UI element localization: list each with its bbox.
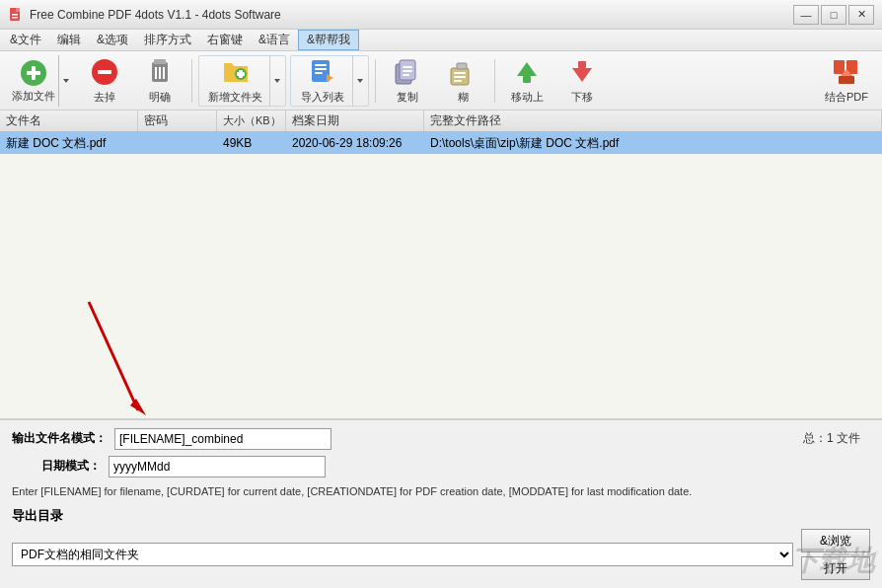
- move-up-button[interactable]: 移动上: [501, 55, 552, 107]
- move-up-icon: [511, 56, 543, 88]
- combine-icon: [831, 56, 862, 88]
- new-folder-button[interactable]: 新增文件夹: [201, 55, 269, 107]
- file-password-cell: [138, 141, 217, 145]
- file-date-cell: 2020-06-29 18:09:26: [286, 134, 424, 152]
- add-file-button[interactable]: 添加文件: [6, 55, 75, 107]
- move-down-label: 下移: [571, 90, 593, 105]
- add-file-label: 添加文件: [12, 89, 55, 104]
- bottom-section: 输出文件名模式： 总：1 文件 日期模式： Enter [FILENAME] f…: [0, 418, 882, 589]
- svg-marker-37: [572, 68, 592, 82]
- output-filename-input[interactable]: [114, 428, 331, 450]
- file-list-header: 文件名 密码 大小（KB） 档案日期 完整文件路径: [0, 110, 882, 132]
- paste-label: 糊: [458, 90, 469, 105]
- clear-button[interactable]: 明确: [134, 55, 185, 107]
- add-file-icon: [18, 57, 49, 89]
- paste-button[interactable]: 糊: [437, 55, 488, 107]
- new-folder-label: 新增文件夹: [208, 90, 262, 105]
- svg-rect-3: [12, 17, 18, 19]
- file-list-body[interactable]: 新建 DOC 文档.pdf 49KB 2020-06-29 18:09:26 D…: [0, 132, 882, 418]
- menu-help[interactable]: &帮帮我: [298, 30, 359, 50]
- svg-rect-34: [454, 80, 462, 82]
- move-down-icon: [566, 56, 598, 88]
- menu-options[interactable]: &选项: [89, 30, 136, 50]
- export-dir-select[interactable]: PDF文档的相同文件夹: [12, 543, 793, 566]
- menu-edit[interactable]: 编辑: [49, 30, 89, 50]
- move-up-label: 移动上: [511, 90, 544, 105]
- svg-rect-29: [403, 74, 409, 76]
- menu-file[interactable]: &文件: [2, 30, 49, 50]
- menu-sort[interactable]: 排序方式: [136, 30, 199, 50]
- export-dir-section: 导出目录 PDF文档的相同文件夹 &浏览 打开: [12, 507, 870, 580]
- svg-rect-31: [457, 63, 467, 69]
- minimize-button[interactable]: —: [793, 5, 819, 25]
- import-list-label: 导入列表: [301, 90, 344, 105]
- toolbar-sep-2: [375, 59, 376, 103]
- svg-rect-2: [12, 14, 18, 16]
- date-pattern-input[interactable]: [109, 456, 326, 478]
- svg-marker-7: [63, 79, 69, 83]
- svg-rect-9: [98, 70, 111, 74]
- table-row[interactable]: 新建 DOC 文档.pdf 49KB 2020-06-29 18:09:26 D…: [0, 132, 882, 154]
- svg-rect-36: [523, 76, 531, 83]
- total-count: 总：1 文件: [803, 430, 860, 447]
- remove-button[interactable]: 去掉: [79, 55, 130, 107]
- svg-rect-41: [839, 76, 854, 84]
- clear-icon: [144, 56, 176, 88]
- svg-rect-32: [454, 72, 466, 74]
- svg-marker-18: [274, 79, 280, 83]
- output-filename-row: 输出文件名模式： 总：1 文件: [12, 428, 870, 450]
- new-folder-dropdown-icon: [273, 77, 281, 85]
- svg-rect-20: [315, 64, 327, 66]
- remove-icon: [89, 56, 120, 88]
- date-pattern-row: 日期模式：: [12, 456, 870, 478]
- add-file-dropdown-icon: [62, 77, 70, 85]
- import-list-button[interactable]: 导入列表: [293, 55, 352, 107]
- menu-rightpanel[interactable]: 右窗键: [199, 30, 251, 50]
- file-path-cell: D:\tools\桌面\zip\新建 DOC 文档.pdf: [424, 133, 882, 154]
- combine-button[interactable]: 结合PDF: [817, 55, 876, 107]
- svg-rect-38: [578, 61, 586, 68]
- copy-button[interactable]: 复制: [382, 55, 433, 107]
- toolbar-group-2: 导入列表: [290, 55, 369, 107]
- import-list-icon: [307, 56, 338, 88]
- paste-icon: [447, 56, 478, 88]
- svg-marker-24: [357, 79, 363, 83]
- move-down-button[interactable]: 下移: [556, 55, 608, 107]
- file-size-cell: 49KB: [217, 134, 286, 152]
- toolbar-sep-1: [191, 59, 192, 103]
- copy-icon: [392, 56, 423, 88]
- remove-label: 去掉: [94, 90, 115, 105]
- svg-rect-21: [315, 68, 327, 70]
- svg-rect-22: [315, 72, 323, 74]
- hint-text: Enter [FILENAME] for filename, [CURDATE]…: [12, 483, 870, 500]
- copy-label: 复制: [397, 90, 418, 105]
- file-name-cell: 新建 DOC 文档.pdf: [0, 133, 138, 154]
- svg-rect-27: [403, 66, 412, 68]
- col-header-size: 大小（KB）: [217, 110, 286, 131]
- toolbar-group-1: 新增文件夹: [198, 55, 286, 107]
- svg-rect-11: [154, 59, 166, 64]
- title-bar: Free Combine PDF 4dots V1.1 - 4dots Soft…: [0, 0, 882, 30]
- close-button[interactable]: ✕: [848, 5, 874, 25]
- col-header-path: 完整文件路径: [424, 110, 882, 131]
- col-header-date: 档案日期: [286, 110, 424, 131]
- toolbar: 添加文件 去掉 明确: [0, 51, 882, 110]
- combine-label: 结合PDF: [825, 90, 868, 105]
- export-dir-label: 导出目录: [12, 507, 870, 525]
- file-list-area: 文件名 密码 大小（KB） 档案日期 完整文件路径 新建 DOC 文档.pdf …: [0, 110, 882, 418]
- maximize-button[interactable]: □: [821, 5, 846, 25]
- menu-language[interactable]: &语言: [251, 30, 298, 50]
- svg-rect-6: [27, 71, 40, 75]
- app-icon: [8, 7, 24, 23]
- svg-marker-35: [517, 62, 537, 76]
- col-header-name: 文件名: [0, 110, 138, 131]
- watermark: 下载地: [791, 543, 874, 580]
- svg-rect-17: [237, 72, 245, 76]
- svg-rect-28: [403, 70, 412, 72]
- new-folder-icon: [220, 56, 252, 88]
- svg-rect-33: [454, 76, 466, 78]
- clear-label: 明确: [149, 90, 171, 105]
- col-header-password: 密码: [138, 110, 217, 131]
- output-filename-label: 输出文件名模式：: [12, 430, 107, 447]
- main-content: 文件名 密码 大小（KB） 档案日期 完整文件路径 新建 DOC 文档.pdf …: [0, 110, 882, 588]
